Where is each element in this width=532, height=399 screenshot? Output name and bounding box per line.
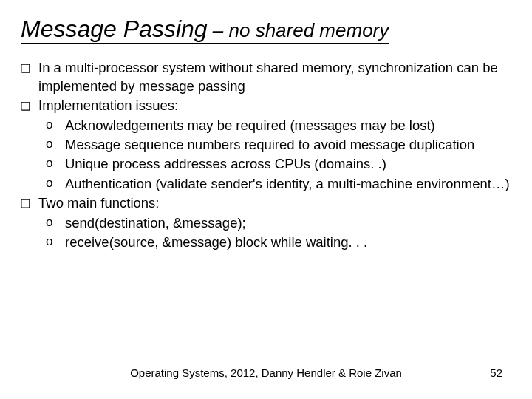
bullet-level2: o Authentication (validate sender's iden… — [46, 175, 511, 193]
circle-bullet-icon: o — [46, 136, 65, 152]
slide-footer: Operating Systems, 2012, Danny Hendler &… — [0, 366, 532, 383]
bullet-level2: o send(destination, &message); — [46, 214, 511, 232]
bullet-text: Message sequence numbers required to avo… — [65, 136, 511, 154]
bullet-text: send(destination, &message); — [65, 214, 511, 232]
footer-credit: Operating Systems, 2012, Danny Hendler &… — [0, 366, 532, 379]
circle-bullet-icon: o — [46, 117, 65, 133]
bullet-level2: o Message sequence numbers required to a… — [46, 136, 511, 154]
slide: Message Passing – no shared memory ❑ In … — [0, 0, 532, 399]
square-bullet-icon: ❑ — [21, 97, 37, 114]
title-main: Message Passing — [21, 16, 208, 42]
slide-body: ❑ In a multi-processor system without sh… — [21, 59, 511, 251]
page-number: 52 — [490, 366, 502, 379]
slide-title: Message Passing – no shared memory — [21, 15, 389, 44]
square-bullet-icon: ❑ — [21, 194, 37, 211]
title-connector: – — [208, 19, 229, 41]
bullet-level1: ❑ Two main functions: — [21, 194, 511, 212]
bullet-text: Unique process addresses across CPUs (do… — [65, 155, 511, 173]
bullet-text: Implementation issues: — [37, 97, 511, 115]
bullet-text: Two main functions: — [37, 194, 511, 212]
circle-bullet-icon: o — [46, 175, 65, 191]
bullet-level2: o Unique process addresses across CPUs (… — [46, 155, 511, 173]
circle-bullet-icon: o — [46, 155, 65, 171]
bullet-text: Authentication (validate sender's identi… — [65, 175, 511, 193]
bullet-text: Acknowledgements may be required (messag… — [65, 117, 511, 134]
bullet-level2: o Acknowledgements may be required (mess… — [46, 117, 511, 134]
title-sub: no shared memory — [229, 19, 389, 41]
circle-bullet-icon: o — [46, 214, 65, 231]
circle-bullet-icon: o — [46, 233, 65, 250]
bullet-text: In a multi-processor system without shar… — [37, 59, 511, 95]
bullet-level1: ❑ Implementation issues: — [21, 97, 511, 115]
square-bullet-icon: ❑ — [21, 59, 37, 76]
bullet-level1: ❑ In a multi-processor system without sh… — [21, 59, 511, 95]
bullet-level2: o receive(source, &message) block while … — [46, 233, 511, 251]
bullet-text: receive(source, &message) block while wa… — [65, 233, 511, 251]
